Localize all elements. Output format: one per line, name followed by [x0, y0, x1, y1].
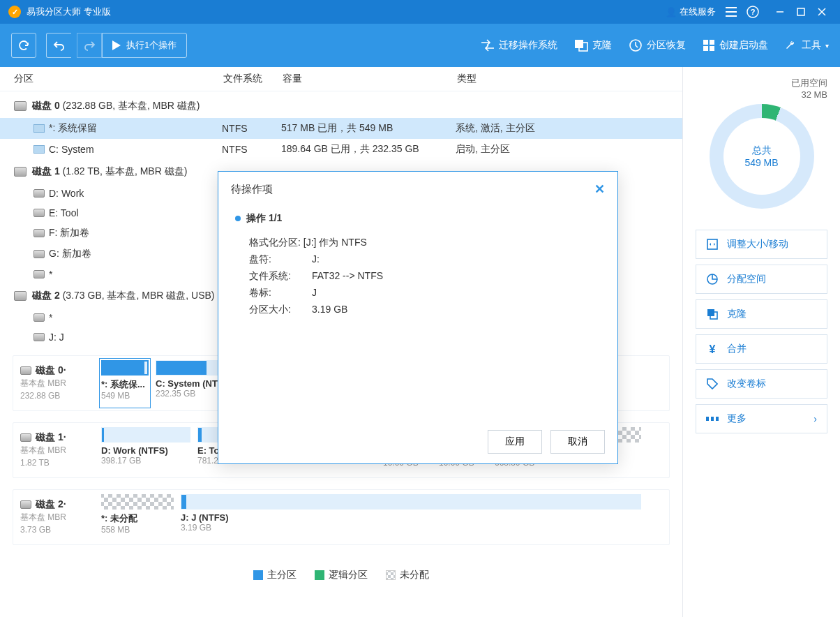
- disk-icon: [20, 433, 31, 442]
- svg-text:?: ?: [751, 8, 756, 16]
- svg-rect-10: [707, 239, 717, 249]
- bullet-icon: [235, 216, 241, 221]
- partition-icon: [33, 145, 45, 154]
- col-filesystem: 文件系统: [223, 73, 283, 85]
- dialog-close-button[interactable]: ✕: [594, 181, 605, 197]
- tools-menu[interactable]: 工具 ▾: [785, 39, 829, 52]
- donut-total-label: 总共: [752, 144, 772, 157]
- legend-primary: 主分区: [253, 569, 297, 581]
- main-toolbar: 执行1个操作 迁移操作系统 克隆 分区恢复 创建启动盘 工具 ▾: [0, 24, 840, 67]
- dialog-detail-row: 分区大小:3.19 GB: [235, 302, 601, 318]
- partition-icon: [33, 250, 45, 258]
- chevron-right-icon: ›: [813, 413, 817, 424]
- maximize-button[interactable]: [791, 3, 811, 20]
- operation-head: 操作 1/1: [246, 212, 282, 225]
- execute-button[interactable]: 执行1个操作: [102, 33, 187, 58]
- dialog-detail-row: 文件系统:FAT32 --> NTFS: [235, 268, 601, 285]
- boot-disk-icon: [703, 39, 715, 52]
- disk-icon: [14, 291, 27, 301]
- svg-rect-16: [716, 417, 719, 421]
- online-service-link[interactable]: 👤 在线服务: [666, 6, 716, 18]
- partition-row[interactable]: *: 系统保留 NTFS 517 MB 已用，共 549 MB 系统, 激活, …: [0, 118, 682, 139]
- play-icon: [112, 40, 121, 50]
- partition-icon: [33, 333, 45, 341]
- disk-row[interactable]: 磁盘 0(232.88 GB, 基本盘, MBR 磁盘): [0, 94, 682, 118]
- partition-icon: [33, 313, 45, 322]
- person-icon: 👤: [666, 7, 677, 17]
- legend-logical: 逻辑分区: [315, 569, 368, 581]
- svg-rect-6: [703, 40, 708, 45]
- col-capacity: 容量: [283, 73, 457, 85]
- partition-icon: [33, 270, 45, 278]
- cancel-button[interactable]: 取消: [550, 430, 605, 454]
- partition-icon: [33, 124, 45, 133]
- disk-map-segment[interactable]: *: 未分配558 MB: [101, 494, 174, 540]
- svg-rect-2: [797, 8, 804, 15]
- help-button[interactable]: ?: [747, 6, 759, 18]
- svg-rect-7: [710, 40, 714, 45]
- col-type: 类型: [457, 73, 668, 85]
- dialog-title: 待操作项: [231, 183, 273, 196]
- refresh-button[interactable]: [11, 33, 36, 58]
- create-boot-button[interactable]: 创建启动盘: [703, 39, 768, 52]
- disk-map-label: 磁盘 1· 基本盘 MBR1.82 TB: [17, 427, 94, 473]
- disk-map-label: 磁盘 2· 基本盘 MBR3.73 GB: [17, 494, 94, 540]
- svg-rect-14: [706, 417, 709, 421]
- operation-action: 格式化分区: [J:] 作为 NTFS: [249, 237, 367, 249]
- used-space-label: 已用空间32 MB: [791, 77, 827, 100]
- more-icon: [706, 412, 719, 425]
- disk-map-label: 磁盘 0· 基本盘 MBR232.88 GB: [17, 360, 94, 406]
- dialog-detail-row: 卷标:J: [235, 285, 601, 302]
- clone-icon: [574, 39, 588, 52]
- merge-icon: ¥: [706, 343, 719, 355]
- allocate-icon: [706, 273, 719, 285]
- op-merge[interactable]: ¥合并: [696, 334, 827, 364]
- minimize-button[interactable]: [770, 3, 790, 20]
- app-title: 易我分区大师 专业版: [27, 6, 656, 18]
- pending-operations-dialog: 待操作项 ✕ 操作 1/1 格式化分区: [J:] 作为 NTFS 盘符:J:文…: [218, 171, 618, 464]
- right-sidebar: 已用空间32 MB 总共 549 MB 调整大小/移动 分配空间 克隆 ¥合并 …: [682, 67, 840, 617]
- partition-table-header: 分区 文件系统 容量 类型: [0, 67, 682, 91]
- donut-total-value: 549 MB: [744, 157, 778, 168]
- redo-button[interactable]: [77, 33, 102, 58]
- partition-recover-button[interactable]: 分区恢复: [629, 38, 686, 52]
- disk-map-segment[interactable]: *: 系统保...549 MB: [101, 360, 149, 406]
- op-resize[interactable]: 调整大小/移动: [696, 230, 827, 259]
- legend: 主分区 逻辑分区 未分配: [0, 562, 682, 590]
- dialog-detail-row: 盘符:J:: [235, 251, 601, 268]
- partition-icon: [33, 189, 45, 198]
- close-button[interactable]: [812, 3, 832, 20]
- op-allocate[interactable]: 分配空间: [696, 265, 827, 294]
- tag-icon: [706, 378, 719, 390]
- usage-donut-chart: 总共 549 MB: [710, 104, 814, 209]
- disk-map-segment[interactable]: J: J (NTFS)3.19 GB: [181, 494, 641, 540]
- resize-icon: [706, 238, 719, 251]
- svg-text:¥: ¥: [710, 343, 716, 355]
- op-change-label[interactable]: 改变卷标: [696, 369, 827, 399]
- col-partition: 分区: [14, 73, 223, 85]
- disk-icon: [20, 500, 31, 509]
- partition-icon: [33, 229, 45, 237]
- wrench-icon: [785, 39, 797, 52]
- apply-button[interactable]: 应用: [488, 430, 542, 454]
- legend-unalloc: 未分配: [386, 569, 429, 581]
- migrate-os-button[interactable]: 迁移操作系统: [481, 39, 557, 52]
- disk-icon: [14, 167, 27, 177]
- title-bar: ✓ 易我分区大师 专业版 👤 在线服务 ?: [0, 0, 840, 24]
- svg-rect-11: [707, 309, 714, 316]
- recover-icon: [629, 38, 643, 52]
- disk-map-segment[interactable]: C: System (NT232.35 GB: [156, 360, 218, 406]
- clone-op-icon: [706, 308, 719, 320]
- partition-row[interactable]: C: System NTFS 189.64 GB 已用，共 232.35 GB …: [0, 139, 682, 160]
- op-clone[interactable]: 克隆: [696, 299, 827, 329]
- app-logo-icon: ✓: [8, 6, 21, 18]
- svg-rect-9: [710, 46, 714, 51]
- disk-icon: [20, 366, 31, 375]
- disk-map-segment[interactable]: D: Work (NTFS)398.17 GB: [101, 427, 190, 473]
- menu-button[interactable]: [726, 7, 737, 17]
- svg-rect-8: [703, 46, 708, 51]
- undo-button[interactable]: [46, 33, 71, 58]
- clone-button[interactable]: 克隆: [574, 39, 612, 52]
- partition-icon: [33, 209, 45, 217]
- op-more[interactable]: 更多 ›: [696, 404, 827, 433]
